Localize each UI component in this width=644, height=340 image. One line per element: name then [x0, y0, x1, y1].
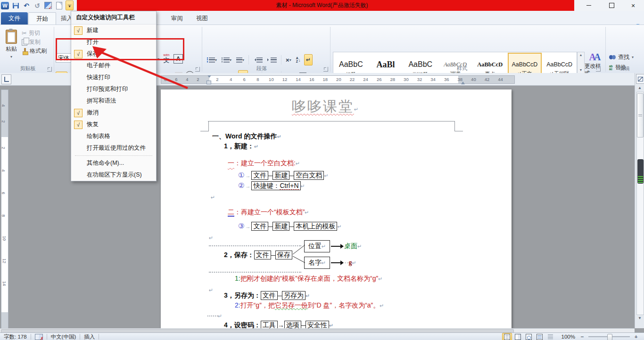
- doc-line-password: 4，设密码：工具→选项安全性↵: [224, 321, 333, 328]
- ruler-toggle-button[interactable]: [636, 74, 644, 84]
- clipboard-dialog-launcher[interactable]: [47, 67, 52, 72]
- ruler-toggle-icon: [638, 77, 643, 81]
- copy-button[interactable]: 复制: [22, 38, 47, 47]
- zoom-slider-track[interactable]: [588, 336, 630, 337]
- circled-1: ①: [238, 171, 244, 179]
- scroll-down-button[interactable]: ▼: [636, 316, 643, 320]
- save-button[interactable]: [11, 1, 20, 10]
- close-button[interactable]: ×: [622, 0, 644, 11]
- proofing-status-icon[interactable]: [35, 334, 43, 340]
- ruler-number: 24: [363, 77, 368, 82]
- menu-item-其他命令(M)...[interactable]: 其他命令(M)...: [71, 157, 156, 169]
- zoom-slider-thumb[interactable]: [607, 334, 612, 340]
- right-indent-marker[interactable]: [461, 80, 465, 84]
- web-layout-view-button[interactable]: [524, 333, 534, 340]
- outline-view-button[interactable]: [535, 333, 545, 340]
- box-file: 文件: [251, 171, 268, 180]
- multilevel-list-button[interactable]: ▾: [235, 55, 246, 65]
- bullets-button[interactable]: ▾: [206, 55, 218, 65]
- zoom-in-button[interactable]: +: [633, 334, 639, 340]
- window-title: 素材 - Microsoft Word(产品激活失败): [0, 0, 644, 11]
- save-label: 2，保存：: [224, 251, 254, 259]
- chevron-down-icon: ▾: [68, 6, 70, 8]
- paste-button[interactable]: 粘贴 ▾: [3, 28, 20, 65]
- vertical-ruler[interactable]: 422468101214: [1, 89, 8, 328]
- sort-button[interactable]: AZ↓: [295, 55, 302, 65]
- find-label: 查找: [618, 53, 629, 61]
- check-icon: √: [74, 109, 83, 117]
- fullscreen-reading-view-button[interactable]: [513, 333, 523, 340]
- vertical-scrollbar-track[interactable]: [636, 92, 644, 315]
- tab-home[interactable]: 开始: [28, 12, 56, 25]
- zoom-out-button[interactable]: −: [579, 334, 586, 340]
- insert-mode-indicator[interactable]: 插入: [84, 333, 95, 340]
- ruler-number: 32: [417, 77, 422, 82]
- first-line-indent-marker[interactable]: [207, 75, 211, 80]
- format-painter-button[interactable]: 格式刷: [22, 47, 47, 56]
- menu-item-绘制表格[interactable]: 绘制表格: [71, 130, 156, 142]
- paragraph-dialog-launcher[interactable]: [323, 67, 328, 72]
- scroll-up-button[interactable]: ▲: [636, 86, 643, 90]
- ruler-number: 42: [485, 77, 490, 82]
- styles-dialog-launcher[interactable]: [596, 67, 601, 72]
- font-dialog-launcher[interactable]: [195, 67, 200, 72]
- document-page[interactable]: 哆哆课堂↵ 一、Word 的文件操作↵ 1，新建：↵ 一：建立一个空白文档:↵ …: [161, 89, 512, 328]
- ruler-number: 2: [197, 77, 199, 82]
- dotted-line-1: [209, 245, 301, 246]
- frame-corner-left: [200, 121, 209, 131]
- draft-view-button[interactable]: [545, 333, 555, 340]
- menu-item-新建[interactable]: √新建: [71, 24, 156, 36]
- vertical-scrollbar-thumb[interactable]: [637, 93, 644, 138]
- box-blank-doc: 空白文档: [294, 171, 324, 180]
- print-layout-icon: [504, 334, 510, 340]
- menu-item-恢复[interactable]: √恢复: [71, 119, 156, 130]
- divider: [99, 334, 99, 340]
- check-icon: √: [74, 121, 83, 129]
- find-icon: [609, 55, 616, 59]
- vertical-scrollbar-area: ▲ ▼: [635, 73, 644, 328]
- minimize-button[interactable]: [578, 0, 600, 11]
- tab-review[interactable]: 审阅: [164, 12, 190, 24]
- print-layout-view-button[interactable]: [502, 333, 512, 340]
- restore-button[interactable]: [601, 0, 622, 11]
- doc-line-note2: 2:打开“g”，把它另存一份到“D 盘”，名字改为“a”。↵: [235, 301, 384, 310]
- new-document-button[interactable]: [55, 1, 63, 10]
- ruler-number: 14: [296, 77, 301, 82]
- asian-layout-button[interactable]: ×▾: [284, 55, 293, 65]
- menu-item-打开最近使用过的文件[interactable]: 打开最近使用过的文件: [71, 142, 156, 154]
- zoom-level[interactable]: 100%: [561, 334, 575, 340]
- menu-item-撤消[interactable]: √撤消: [71, 107, 156, 119]
- note2-a: 打开“g”，把: [240, 301, 275, 309]
- divider: [281, 55, 281, 65]
- show-hide-marks-button[interactable]: ↵: [304, 54, 313, 65]
- divider: [47, 334, 47, 340]
- horizontal-ruler[interactable]: 8642246810121416182022242628303234363840…: [161, 75, 515, 84]
- find-button[interactable]: 查找▾: [609, 53, 634, 61]
- vruler-number: 2: [1, 146, 6, 149]
- ruler-number: 28: [390, 77, 396, 82]
- menu-item-拼写和语法[interactable]: 拼写和语法: [71, 95, 156, 107]
- menu-item-在功能区下方显示(S)[interactable]: 在功能区下方显示(S): [71, 169, 156, 181]
- vertical-ruler-numbers: 422468101214: [1, 90, 8, 328]
- note1-text: 把刚才创建的“模板”保存在桌面，文档名称为“g”: [240, 275, 378, 282]
- word-count[interactable]: 字数: 178: [4, 333, 27, 340]
- cut-button[interactable]: ✂剪切: [22, 29, 47, 38]
- undo-button[interactable]: ↶: [22, 1, 31, 10]
- decrease-indent-icon: [253, 58, 256, 61]
- numbering-button[interactable]: ▾: [220, 55, 233, 65]
- language-indicator[interactable]: 中文(中国): [51, 333, 76, 340]
- scroll-overlay-widget[interactable]: [637, 159, 644, 184]
- decrease-indent-button[interactable]: [252, 55, 264, 65]
- redo-button[interactable]: ↺: [33, 1, 41, 10]
- ruler-number: 36: [444, 77, 449, 82]
- spelling-grammar-button[interactable]: [44, 1, 52, 10]
- increase-indent-button[interactable]: [266, 55, 278, 65]
- left-indent-marker[interactable]: [206, 81, 211, 84]
- tab-selector[interactable]: [1, 74, 11, 84]
- gallery-down-icon: ▼: [579, 68, 583, 72]
- qat-customize-dropdown[interactable]: —▾: [66, 0, 74, 10]
- box-tools: 工具: [261, 321, 278, 328]
- tab-view[interactable]: 视图: [189, 12, 215, 24]
- group-separator: [54, 27, 54, 72]
- tab-file[interactable]: 文件: [1, 12, 28, 24]
